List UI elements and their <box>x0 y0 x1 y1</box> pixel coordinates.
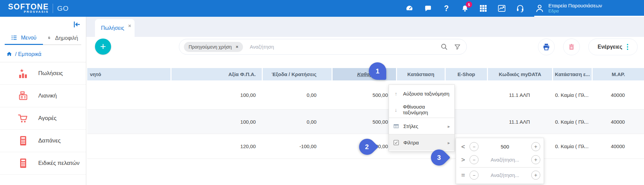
menu-item-label: Αύξουσα ταξινόμηση <box>403 91 449 97</box>
filter-row-equals: = <box>459 169 540 182</box>
add-filter-button[interactable] <box>531 155 540 164</box>
annotation-step-1-badge: 1 <box>369 62 386 80</box>
column-header-truncated[interactable]: νητό <box>87 68 170 80</box>
cell <box>87 80 170 109</box>
sidebar-item-retail[interactable]: Λιανική <box>0 85 86 107</box>
actions-button[interactable]: Ενέργειες <box>588 39 638 55</box>
apps-grid-icon[interactable] <box>479 4 487 12</box>
remove-filter-button[interactable] <box>469 171 479 180</box>
submenu-arrow-icon <box>448 140 450 145</box>
user-account-button[interactable]: Εταιρεία Παρουσιάσεων Εδρα <box>535 0 602 17</box>
menu-item-columns[interactable]: Στήλες <box>389 118 454 134</box>
search-icon[interactable] <box>440 43 448 51</box>
filter-search-input[interactable] <box>481 172 529 178</box>
remove-filter-button[interactable] <box>469 155 479 164</box>
topbar-icon-row: 5 <box>405 0 524 17</box>
remove-filter-button[interactable] <box>469 142 479 151</box>
table-row[interactable]: 100,00 0,00 500,00 11.1 ΑΛΠ 0. Καμία ( Π… <box>87 80 644 110</box>
cell <box>87 110 170 134</box>
menu-item-filters[interactable]: Φίλτρα <box>389 134 454 150</box>
add-record-button[interactable] <box>95 39 111 55</box>
tab-strip: Πωλήσεις <box>86 17 644 37</box>
column-header-mar[interactable]: Μ.ΑΡ. <box>592 68 644 80</box>
sidebar: Μενού Δημοφιλή / Εμπορικά Πωλήσεις <box>0 17 86 185</box>
support-headset-icon[interactable] <box>516 4 524 12</box>
brand-subtitle: PROSVASIS <box>24 10 49 13</box>
sidebar-item-purchases[interactable]: Αγορές <box>0 107 86 130</box>
column-header-status2[interactable]: Κατάσταση ε... <box>552 68 592 80</box>
cell-mar: 40000 <box>592 110 644 134</box>
sales-bar-chart-icon <box>17 68 30 79</box>
column-header-expenses[interactable]: Έξοδα / Κρατήσεις <box>262 68 332 80</box>
breadcrumb[interactable]: / Εμπορικά <box>0 45 86 62</box>
column-header-status[interactable]: Κατάσταση <box>396 68 445 80</box>
notifications-bell-icon[interactable]: 5 <box>461 4 469 12</box>
user-company: Εταιρεία Παρουσιάσεων <box>548 3 602 8</box>
delete-button[interactable] <box>563 39 580 55</box>
add-filter-button[interactable] <box>531 171 540 180</box>
sidebar-item-label: Πωλήσεις <box>38 70 63 77</box>
chat-icon[interactable] <box>424 4 432 12</box>
search-bar[interactable]: Προηγούμενη χρήση <box>179 39 467 55</box>
submenu-arrow-icon <box>448 123 450 129</box>
print-button[interactable] <box>538 39 555 55</box>
toolbar: Προηγούμενη χρήση Ενέργειες <box>86 37 644 68</box>
cell-vat-value: 120,00 <box>170 134 262 159</box>
sidebar-item-sales[interactable]: Πωλήσεις <box>0 62 86 85</box>
dashboard-gauge-icon[interactable] <box>405 4 413 12</box>
sidebar-collapse-icon[interactable] <box>72 20 81 29</box>
sidebar-item-label: Λιανική <box>38 92 57 99</box>
brand-logo[interactable]: SOFTONE PROSVASIS GO <box>8 3 69 13</box>
table-row[interactable]: 100,00 0,00 500,00 11.1 ΑΛΠ 0. Καμία ( Π… <box>87 110 644 134</box>
flame-icon <box>46 35 52 41</box>
filter-funnel-icon[interactable] <box>454 43 461 51</box>
column-header-vat-value[interactable]: Αξία Φ.Π.Α. <box>170 68 262 80</box>
checked-checkbox-icon <box>393 140 399 145</box>
actions-button-label: Ενέργειες <box>598 44 623 50</box>
columns-icon <box>393 123 399 129</box>
sidebar-tab-favorites-label: Δημοφιλή <box>55 35 78 41</box>
column-header-mydata-code[interactable]: Κωδικός myDATA <box>487 68 552 80</box>
filter-row-greater-than: > <box>459 153 540 166</box>
main-content: Πωλήσεις Προηγούμενη χρήση <box>86 17 644 185</box>
menu-item-sort-descending[interactable]: Φθίνουσα ταξινόμηση <box>389 102 454 118</box>
chip-close-icon[interactable] <box>236 44 239 49</box>
column-header-net-sorted[interactable]: Καθαρή <box>332 68 396 80</box>
sidebar-item-expenses[interactable]: Δαπάνες <box>0 130 86 152</box>
app-window: SOFTONE PROSVASIS GO 5 <box>0 0 644 185</box>
add-filter-button[interactable] <box>531 142 540 151</box>
tab-sales[interactable]: Πωλήσεις <box>95 19 135 37</box>
sidebar-tab-favorites[interactable]: Δημοφιλή <box>43 32 81 45</box>
table-header-row: νητό Αξία Φ.Π.Α. Έξοδα / Κρατήσεις Καθαρ… <box>87 68 644 80</box>
filter-value-input[interactable] <box>481 144 529 149</box>
search-input[interactable] <box>250 44 440 50</box>
help-icon[interactable] <box>442 4 450 12</box>
cell-expenses: -100,00 <box>262 134 332 159</box>
sidebar-item-special-customers[interactable]: Ειδικές πελατών <box>0 152 86 175</box>
menu-item-label: Στήλες <box>403 123 418 129</box>
cell <box>87 134 170 159</box>
tab-close-icon[interactable] <box>128 23 131 28</box>
menu-item-sort-ascending[interactable]: Αύξουσα ταξινόμηση <box>389 85 454 102</box>
filter-row-less-than: < <box>459 140 540 153</box>
cell-mar: 40000 <box>592 134 644 159</box>
brand-name: SOFTONE <box>8 3 49 10</box>
greater-than-operator-icon: > <box>459 156 467 164</box>
filter-search-input[interactable] <box>481 157 529 163</box>
tab-sales-label: Πωλήσεις <box>101 25 124 31</box>
sidebar-item-label: Αγορές <box>38 115 56 122</box>
cell-net: 500,00 <box>332 80 396 109</box>
column-context-menu: Αύξουσα ταξινόμηση Φθίνουσα ταξινόμηση Σ… <box>389 84 455 151</box>
brand-divider <box>53 4 53 13</box>
analytics-icon[interactable] <box>498 4 506 12</box>
sidebar-tab-menu[interactable]: Μενού <box>5 32 43 45</box>
sidebar-tab-menu-label: Μενού <box>21 35 36 41</box>
vertical-dots-icon <box>627 44 628 50</box>
brand-product: GO <box>57 4 69 12</box>
calculator-icon <box>17 158 30 169</box>
column-header-eshop[interactable]: E-Shop <box>445 68 487 80</box>
brand-name-block: SOFTONE PROSVASIS <box>8 3 49 13</box>
filter-chip[interactable]: Προηγούμενη χρήση <box>184 42 243 52</box>
trash-icon <box>568 43 575 51</box>
user-names: Εταιρεία Παρουσιάσεων Εδρα <box>548 3 602 14</box>
